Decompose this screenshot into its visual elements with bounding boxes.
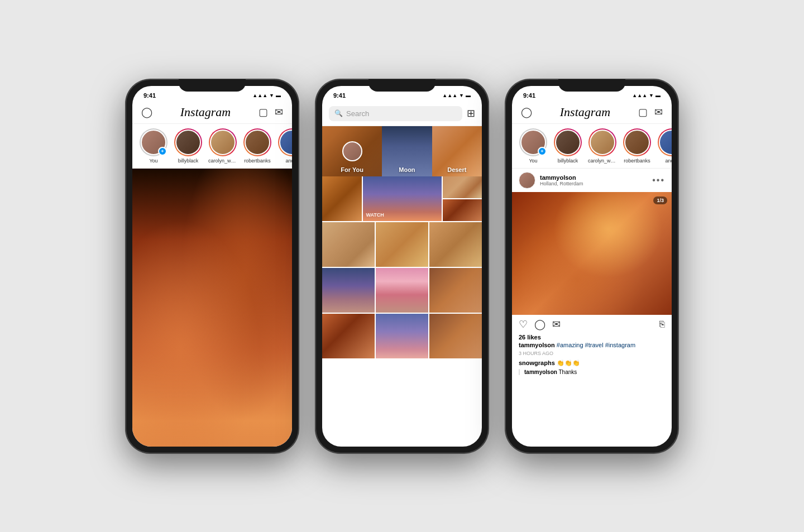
story-avatar-carolyn-1: [210, 130, 236, 155]
nav-bar-1: ◯ Instagram ▢ ✉: [132, 102, 292, 124]
phone-2: 9:41 ▲▲▲ ▼ ▬ 🔍 Search ⊞: [315, 79, 489, 453]
add-story-badge-3: +: [538, 147, 547, 156]
signal-icon-3: ▲▲▲: [632, 93, 647, 98]
camera-icon-1[interactable]: ◯: [141, 106, 152, 118]
battery-icon-2: ▬: [466, 93, 471, 98]
send-icon-3[interactable]: ✉: [654, 106, 663, 118]
post-time-3: 3 HOURS AGO: [512, 349, 672, 358]
caption-username-3[interactable]: tammyolson: [519, 342, 555, 348]
story-item-andre-3[interactable]: andre: [657, 128, 672, 164]
app-logo-3: Instagram: [560, 105, 610, 119]
reply-row-3: tammyolson Thanks: [512, 368, 672, 376]
mosaic-cell-10[interactable]: [322, 314, 375, 358]
share-icon-3[interactable]: ✉: [552, 318, 561, 330]
post-image-1: [132, 169, 292, 447]
mosaic-cell-8[interactable]: [376, 268, 428, 313]
mosaic-cell-3a[interactable]: [443, 176, 482, 198]
featured-desert[interactable]: Desert: [432, 126, 482, 176]
send-icon-1[interactable]: ✉: [275, 106, 283, 118]
bookmark-icon-3[interactable]: ⎘: [659, 319, 665, 329]
status-icons-3: ▲▲▲ ▼ ▬: [632, 93, 661, 98]
story-avatar-andre-1: [279, 130, 292, 155]
featured-label-for-you: For You: [322, 166, 382, 173]
stories-row-3: + You billyblack carolyn_welch: [512, 124, 672, 169]
phone-1: 9:41 ▲▲▲ ▼ ▬ ◯ Instagram ▢ ✉: [126, 79, 299, 453]
reply-text-3: tammyolson Thanks: [524, 369, 577, 375]
mosaic-bg-9: [429, 268, 482, 313]
igtv-icon-3[interactable]: ▢: [638, 106, 648, 118]
status-time-3: 9:41: [523, 92, 535, 99]
featured-avatar-for-you: [342, 141, 362, 161]
post-header-3: tammyolson Holland, Rotterdam •••: [512, 169, 672, 192]
post-username-3[interactable]: tammyolson: [540, 174, 648, 181]
story-item-andre-1[interactable]: andre: [277, 128, 292, 164]
mosaic-bg-5: [376, 222, 428, 267]
app-logo-1: Instagram: [180, 105, 231, 119]
post-menu-3[interactable]: •••: [652, 175, 665, 185]
mosaic-bg-1: [322, 176, 362, 221]
mosaic-cell-9[interactable]: [429, 268, 482, 313]
story-avatar-billy-3: [555, 130, 581, 155]
story-item-carolyn-1[interactable]: carolyn_welch: [208, 128, 237, 164]
mosaic-row-4: [322, 314, 482, 358]
story-item-robert-3[interactable]: robertbanks: [623, 128, 652, 164]
mosaic-cell-11[interactable]: [376, 314, 428, 358]
mosaic-bg-4: [322, 222, 375, 267]
story-item-robert-1[interactable]: robertbanks: [243, 128, 272, 164]
comment-username-3[interactable]: snowgraphs: [519, 360, 555, 366]
comment-icon-3[interactable]: ◯: [534, 318, 545, 330]
like-icon-3[interactable]: ♡: [519, 318, 528, 330]
mosaic-bg-3a: [443, 176, 482, 198]
story-item-billy-1[interactable]: billyblack: [174, 128, 203, 164]
phones-container: 9:41 ▲▲▲ ▼ ▬ ◯ Instagram ▢ ✉: [103, 57, 701, 476]
featured-label-moon: Moon: [382, 166, 432, 173]
story-avatar-wrap-you-1: +: [140, 128, 168, 156]
qr-icon[interactable]: ⊞: [467, 107, 475, 119]
notch-3: [558, 79, 625, 92]
comment-text-3: 👏👏👏: [557, 360, 580, 366]
mosaic-cell-7[interactable]: [322, 268, 375, 313]
mosaic-cell-12[interactable]: [429, 314, 482, 358]
story-item-you-1[interactable]: + You: [139, 128, 168, 164]
explore-mosaic: WATCH: [322, 176, 482, 358]
mosaic-bg-12: [429, 314, 482, 358]
wifi-icon-1: ▼: [269, 93, 274, 98]
story-avatar-billy-1: [175, 130, 201, 155]
search-placeholder: Search: [346, 109, 369, 118]
story-item-billy-3[interactable]: billyblack: [553, 128, 582, 164]
status-time-2: 9:41: [333, 92, 346, 99]
mosaic-bg-6: [429, 222, 482, 267]
stories-row-1: + You billyblack carolyn_welch: [132, 124, 292, 169]
mosaic-bg-3b: [443, 199, 482, 221]
mosaic-cell-2[interactable]: WATCH: [363, 176, 442, 221]
battery-icon-3: ▬: [655, 93, 661, 98]
mosaic-cell-3b[interactable]: [443, 199, 482, 221]
search-bar[interactable]: 🔍 Search: [329, 106, 462, 121]
status-time-1: 9:41: [143, 92, 156, 99]
story-label-billy-1: billyblack: [178, 158, 199, 164]
post-image-3: 1/3: [512, 192, 672, 315]
nav-bar-3: ◯ Instagram ▢ ✉: [512, 102, 672, 124]
mosaic-cell-4[interactable]: [322, 222, 375, 267]
story-label-andre-1: andre: [285, 158, 292, 164]
featured-moon[interactable]: Moon: [382, 126, 432, 176]
story-avatar-wrap-carolyn-3: [588, 128, 616, 156]
story-item-carolyn-3[interactable]: carolyn_welch: [588, 128, 617, 164]
battery-icon-1: ▬: [276, 93, 281, 98]
reply-username-3[interactable]: tammyolson: [524, 369, 557, 375]
story-avatar-wrap-carolyn-1: [209, 128, 237, 156]
featured-for-you[interactable]: For You: [322, 126, 382, 176]
igtv-icon-1[interactable]: ▢: [259, 106, 268, 118]
story-label-robert-1: robertbanks: [244, 158, 271, 164]
mosaic-cell-1[interactable]: [322, 176, 362, 221]
signal-icon-1: ▲▲▲: [252, 93, 267, 98]
mosaic-bg-8: [376, 268, 428, 313]
post-actions-3: ♡ ◯ ✉ ⎘: [512, 315, 672, 334]
post-avatar-3: [519, 172, 535, 189]
mosaic-cell-5[interactable]: [376, 222, 428, 267]
mosaic-row-3: [322, 268, 482, 313]
camera-icon-3[interactable]: ◯: [521, 106, 532, 118]
mosaic-cell-6[interactable]: [429, 222, 482, 267]
story-label-andre-3: andre: [665, 158, 672, 164]
story-item-you-3[interactable]: + You: [519, 128, 548, 164]
